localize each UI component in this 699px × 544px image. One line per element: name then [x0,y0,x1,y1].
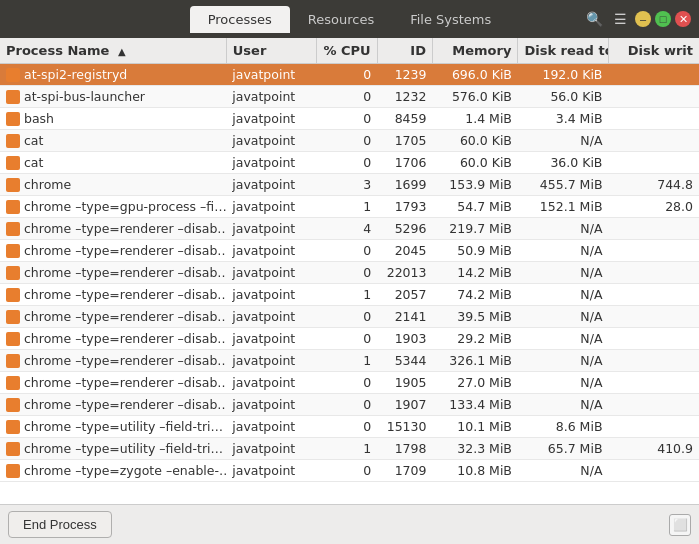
process-user-cell: javatpoint [226,416,317,438]
tab-file-systems[interactable]: File Systems [392,6,509,33]
process-icon [6,222,20,236]
search-button[interactable]: 🔍 [583,8,605,30]
process-disk-read-cell: 455.7 MiB [518,174,609,196]
table-row[interactable]: catjavatpoint0170660.0 KiB36.0 KiB [0,152,699,174]
process-name-text: chrome –type=renderer –disab… [24,243,226,258]
process-icon [6,266,20,280]
table-row[interactable]: chrome –type=renderer –disab…javatpoint0… [0,262,699,284]
table-row[interactable]: chrome –type=renderer –disab…javatpoint0… [0,306,699,328]
process-id-cell: 22013 [377,262,432,284]
process-disk-read-cell: 3.4 MiB [518,108,609,130]
process-disk-write-cell [608,350,699,372]
table-row[interactable]: chrome –type=renderer –disab…javatpoint0… [0,240,699,262]
process-memory-cell: 74.2 MiB [432,284,517,306]
process-disk-write-cell [608,416,699,438]
process-disk-read-cell: N/A [518,394,609,416]
table-row[interactable]: chrome –type=utility –field-tri…javatpoi… [0,438,699,460]
process-name-text: bash [24,111,54,126]
process-disk-read-cell: 8.6 MiB [518,416,609,438]
process-memory-cell: 14.2 MiB [432,262,517,284]
process-id-cell: 1232 [377,86,432,108]
col-header-memory[interactable]: Memory [432,38,517,64]
process-disk-read-cell: 192.0 KiB [518,64,609,86]
process-table-wrapper: Process Name ▲ User % CPU ID Memory Disk… [0,38,699,504]
process-id-cell: 1706 [377,152,432,174]
process-name-cell: cat [0,130,226,152]
process-name-cell: chrome –type=gpu-process –fi… [0,196,226,218]
table-row[interactable]: chrome –type=renderer –disab…javatpoint4… [0,218,699,240]
process-icon [6,310,20,324]
table-row[interactable]: chrome –type=utility –field-tri…javatpoi… [0,416,699,438]
table-row[interactable]: chrome –type=renderer –disab…javatpoint0… [0,328,699,350]
process-name-cell: bash [0,108,226,130]
window-minimize-button[interactable]: – [635,11,651,27]
process-cpu-cell: 0 [317,460,377,482]
tab-resources[interactable]: Resources [290,6,392,33]
process-id-cell: 8459 [377,108,432,130]
tab-processes[interactable]: Processes [190,6,290,33]
col-header-cpu[interactable]: % CPU [317,38,377,64]
col-header-id[interactable]: ID [377,38,432,64]
table-row[interactable]: at-spi2-registrydjavatpoint01239696.0 Ki… [0,64,699,86]
table-row[interactable]: chrome –type=renderer –disab…javatpoint1… [0,350,699,372]
table-row[interactable]: chromejavatpoint31699153.9 MiB455.7 MiB7… [0,174,699,196]
process-memory-cell: 54.7 MiB [432,196,517,218]
process-disk-write-cell: 28.0 [608,196,699,218]
process-disk-write-cell [608,306,699,328]
col-header-name[interactable]: Process Name ▲ [0,38,226,64]
process-name-cell: cat [0,152,226,174]
end-process-button[interactable]: End Process [8,511,112,538]
process-user-cell: javatpoint [226,86,317,108]
process-name-text: at-spi2-registryd [24,67,127,82]
process-name-cell: chrome –type=renderer –disab… [0,350,226,372]
process-memory-cell: 10.8 MiB [432,460,517,482]
window-close-button[interactable]: ✕ [675,11,691,27]
status-icon[interactable]: ⬜ [669,514,691,536]
process-cpu-cell: 1 [317,350,377,372]
process-id-cell: 2057 [377,284,432,306]
process-name-text: chrome –type=renderer –disab… [24,375,226,390]
process-disk-write-cell: 744.8 [608,174,699,196]
menu-button[interactable]: ☰ [609,8,631,30]
process-name-cell: chrome –type=renderer –disab… [0,372,226,394]
process-user-cell: javatpoint [226,438,317,460]
window-maximize-button[interactable]: □ [655,11,671,27]
process-cpu-cell: 0 [317,86,377,108]
table-row[interactable]: chrome –type=renderer –disab…javatpoint0… [0,394,699,416]
col-header-user[interactable]: User [226,38,317,64]
table-row[interactable]: chrome –type=zygote –enable-…javatpoint0… [0,460,699,482]
col-header-disk-read[interactable]: Disk read tota [518,38,609,64]
table-row[interactable]: chrome –type=renderer –disab…javatpoint0… [0,372,699,394]
process-memory-cell: 696.0 KiB [432,64,517,86]
process-user-cell: javatpoint [226,108,317,130]
process-name-cell: chrome –type=zygote –enable-… [0,460,226,482]
process-icon [6,354,20,368]
process-user-cell: javatpoint [226,394,317,416]
process-disk-read-cell: N/A [518,328,609,350]
process-disk-write-cell [608,218,699,240]
process-memory-cell: 50.9 MiB [432,240,517,262]
table-row[interactable]: chrome –type=renderer –disab…javatpoint1… [0,284,699,306]
table-row[interactable]: catjavatpoint0170560.0 KiBN/A [0,130,699,152]
col-header-disk-write[interactable]: Disk writ [608,38,699,64]
process-id-cell: 5344 [377,350,432,372]
process-name-text: at-spi-bus-launcher [24,89,145,104]
process-id-cell: 5296 [377,218,432,240]
menubar-window-controls: 🔍 ☰ – □ ✕ [583,8,691,30]
process-disk-write-cell: 410.9 [608,438,699,460]
process-cpu-cell: 0 [317,394,377,416]
process-name-cell: chrome –type=renderer –disab… [0,240,226,262]
process-name-text: chrome –type=zygote –enable-… [24,463,226,478]
table-row[interactable]: bashjavatpoint084591.4 MiB3.4 MiB [0,108,699,130]
process-disk-read-cell: N/A [518,350,609,372]
process-user-cell: javatpoint [226,284,317,306]
process-user-cell: javatpoint [226,240,317,262]
process-id-cell: 1793 [377,196,432,218]
process-id-cell: 1905 [377,372,432,394]
process-name-cell: at-spi-bus-launcher [0,86,226,108]
table-row[interactable]: chrome –type=gpu-process –fi…javatpoint1… [0,196,699,218]
table-row[interactable]: at-spi-bus-launcherjavatpoint01232576.0 … [0,86,699,108]
process-icon [6,398,20,412]
process-disk-read-cell: 56.0 KiB [518,86,609,108]
menubar-tabs: Processes Resources File Systems [190,6,510,33]
